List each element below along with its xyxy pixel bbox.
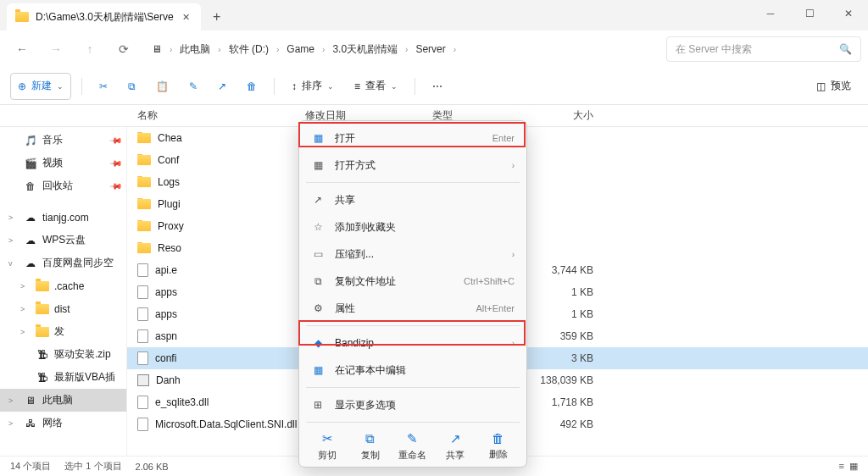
forward-button[interactable]: → [41, 34, 71, 64]
search-placeholder: 在 Server 中搜索 [676, 42, 752, 57]
file-list: ▦打开Enter ▦打开方式› ↗共享 ☆添加到收藏夹 ▭压缩到...› ⧉复制… [127, 127, 868, 457]
ctx-copy[interactable]: ⧉复制 [351, 431, 390, 462]
close-icon[interactable]: ✕ [181, 12, 192, 23]
col-size[interactable]: 大小 [526, 108, 593, 123]
cut-button[interactable]: ✂ [92, 73, 114, 100]
back-button[interactable]: ← [7, 34, 37, 64]
ctx-open[interactable]: ▦打开Enter [299, 125, 526, 152]
sidebar-item[interactable]: >☁tianjg.com [0, 206, 126, 229]
minimize-button[interactable]: ─ [751, 0, 790, 27]
sidebar-item[interactable]: 🗜最新版VBA插 [0, 366, 126, 389]
status-items: 14 个项目 [10, 460, 51, 473]
ctx-rename[interactable]: ✎重命名 [393, 431, 432, 462]
ctx-copy-path[interactable]: ⧉复制文件地址Ctrl+Shift+C [299, 268, 526, 295]
close-button[interactable]: ✕ [829, 0, 868, 27]
refresh-button[interactable]: ⟳ [108, 34, 139, 64]
more-button[interactable]: ⋯ [426, 73, 449, 100]
crumb[interactable]: 软件 (D:) [225, 40, 273, 59]
share-button[interactable]: ↗ [211, 73, 233, 100]
crumb[interactable]: 此电脑 [175, 40, 214, 59]
sidebar-item[interactable]: >☁WPS云盘 [0, 229, 126, 252]
tab[interactable]: D:\Game\3.0天机剧情端\Serve ✕ [7, 3, 201, 30]
new-tab-button[interactable]: + [204, 4, 230, 30]
sidebar-item[interactable]: >发 [0, 320, 126, 343]
ctx-delete[interactable]: 🗑删除 [479, 431, 518, 462]
window-controls: ─ ☐ ✕ [751, 0, 868, 27]
context-menu: ▦打开Enter ▦打开方式› ↗共享 ☆添加到收藏夹 ▭压缩到...› ⧉复制… [298, 120, 527, 468]
ctx-share2[interactable]: ↗共享 [436, 431, 475, 462]
status-size: 2.06 KB [136, 462, 169, 472]
ctx-share[interactable]: ↗共享 [299, 186, 526, 213]
sidebar-item[interactable]: 🎵音乐📌 [0, 129, 126, 152]
sidebar-item[interactable]: >🖧网络 [0, 412, 126, 434]
col-name[interactable]: 名称 [0, 108, 305, 123]
sort-button[interactable]: ↕ 排序 ⌄ [285, 73, 341, 100]
status-selected: 选中 1 个项目 [64, 460, 121, 473]
toolbar: ⊕ 新建 ⌄ ✂ ⧉ 📋 ✎ ↗ 🗑 ↕ 排序 ⌄ ≡ 查看 ⌄ ⋯ ◫ 预览 [0, 68, 868, 105]
view-grid-button[interactable]: ▦ [849, 461, 858, 472]
ctx-bandizip[interactable]: ◆Bandizip› [299, 329, 526, 357]
ctx-actions: ✂剪切 ⧉复制 ✎重命名 ↗共享 🗑删除 [299, 426, 526, 463]
search-icon: 🔍 [839, 43, 852, 55]
paste-button[interactable]: 📋 [149, 73, 175, 100]
sidebar: 🎵音乐📌🎬视频📌🗑回收站📌>☁tianjg.com>☁WPS云盘v☁百度网盘同步… [0, 127, 127, 457]
up-button[interactable]: ↑ [75, 34, 105, 64]
maximize-button[interactable]: ☐ [790, 0, 829, 27]
copy-button[interactable]: ⧉ [121, 73, 142, 100]
ctx-compress[interactable]: ▭压缩到...› [299, 241, 526, 268]
search-input[interactable]: 在 Server 中搜索 🔍 [666, 36, 861, 62]
ctx-notepad[interactable]: ▦在记事本中编辑 [299, 357, 526, 384]
rename-button[interactable]: ✎ [182, 73, 204, 100]
crumb[interactable]: Game [282, 41, 319, 58]
preview-button[interactable]: ◫ 预览 [810, 73, 858, 100]
ctx-favorite[interactable]: ☆添加到收藏夹 [299, 213, 526, 241]
ctx-properties[interactable]: ⚙属性Alt+Enter [299, 295, 526, 322]
navbar: ← → ↑ ⟳ 🖥 › 此电脑› 软件 (D:)› Game› 3.0天机剧情端… [0, 30, 868, 68]
crumb[interactable]: 3.0天机剧情端 [328, 40, 402, 59]
ctx-more[interactable]: ⊞显示更多选项 [299, 391, 526, 418]
sidebar-item[interactable]: v☁百度网盘同步空 [0, 252, 126, 274]
sidebar-item[interactable]: 🎬视频📌 [0, 152, 126, 174]
delete-button[interactable]: 🗑 [240, 73, 264, 100]
sidebar-item[interactable]: >.cache [0, 274, 126, 297]
sidebar-item[interactable]: 🗜驱动安装.zip [0, 343, 126, 366]
breadcrumb[interactable]: 🖥 › 此电脑› 软件 (D:)› Game› 3.0天机剧情端› Server… [147, 40, 663, 59]
view-details-button[interactable]: ≡ [839, 461, 844, 472]
pc-icon[interactable]: 🖥 [147, 41, 166, 58]
tab-title: D:\Game\3.0天机剧情端\Serve [36, 10, 174, 25]
view-button[interactable]: ≡ 查看 ⌄ [348, 73, 404, 100]
ctx-cut[interactable]: ✂剪切 [308, 431, 347, 462]
ctx-open-with[interactable]: ▦打开方式› [299, 152, 526, 179]
sidebar-item[interactable]: >🖥此电脑 [0, 389, 126, 412]
new-button[interactable]: ⊕ 新建 ⌄ [10, 73, 71, 100]
titlebar: D:\Game\3.0天机剧情端\Serve ✕ + ─ ☐ ✕ [0, 0, 868, 30]
sidebar-item[interactable]: 🗑回收站📌 [0, 174, 126, 197]
folder-icon [15, 10, 29, 24]
sidebar-item[interactable]: >dist [0, 297, 126, 320]
crumb[interactable]: Server [411, 41, 449, 58]
